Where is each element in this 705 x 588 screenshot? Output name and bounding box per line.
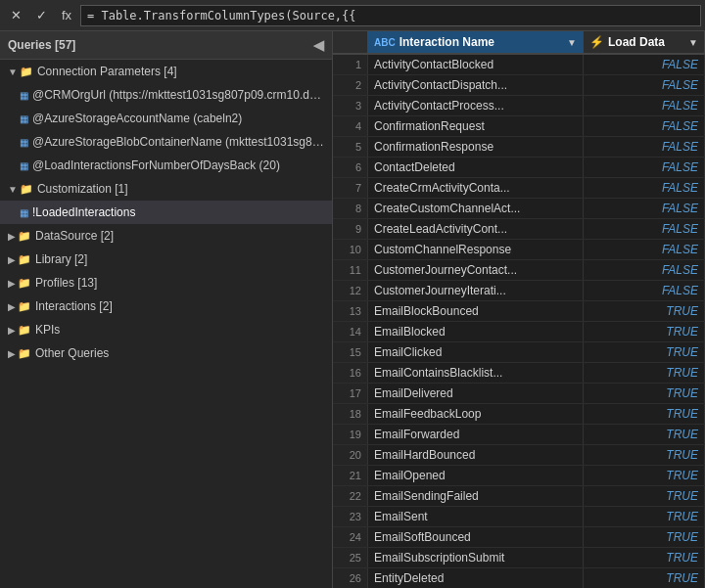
row-number: 24 <box>333 527 368 547</box>
expand-arrow: ▶ <box>8 254 16 265</box>
cell-interaction-name: EntityDeleted <box>368 568 584 588</box>
queries-list: ▼ 📁Connection Parameters [4]▦@CRMOrgUrl … <box>0 60 332 588</box>
row-number: 4 <box>333 116 368 136</box>
filter-icon[interactable]: ▼ <box>567 37 577 48</box>
query-icon: ▦ <box>20 137 28 148</box>
cell-load-data: TRUE <box>584 322 705 341</box>
cell-interaction-name: EmailSubscriptionSubmit <box>368 548 584 567</box>
sidebar-item-interactions[interactable]: ▶ 📁Interactions [2] <box>0 294 332 318</box>
table-row[interactable]: 20EmailHardBouncedTRUE <box>333 445 705 466</box>
cancel-button[interactable]: ✕ <box>4 4 27 27</box>
table-row[interactable]: 21EmailOpenedTRUE <box>333 466 705 486</box>
table-row[interactable]: 17EmailDeliveredTRUE <box>333 384 705 404</box>
cell-load-data: FALSE <box>584 178 705 198</box>
row-number: 18 <box>333 404 368 424</box>
lightning-type-icon: ⚡ <box>589 35 604 49</box>
folder-icon: 📁 <box>18 277 31 290</box>
table-row[interactable]: 7CreateCrmActivityConta...FALSE <box>333 178 705 199</box>
table-row[interactable]: 5ConfirmationResponseFALSE <box>333 137 705 158</box>
query-icon: ▦ <box>20 113 28 124</box>
table-row[interactable]: 16EmailContainsBlacklist...TRUE <box>333 363 705 384</box>
formula-bar: ✕ ✓ fx <box>0 0 705 31</box>
cell-interaction-name: EmailSendingFailed <box>368 486 584 506</box>
table-row[interactable]: 18EmailFeedbackLoopTRUE <box>333 404 705 425</box>
cell-interaction-name: CustomerJourneyContact... <box>368 260 584 280</box>
cell-interaction-name: ConfirmationRequest <box>368 116 584 136</box>
sidebar-item-other-queries[interactable]: ▶ 📁Other Queries <box>0 341 332 365</box>
fx-button[interactable]: fx <box>55 4 78 27</box>
sidebar-item-library[interactable]: ▶ 📁Library [2] <box>0 248 332 271</box>
sidebar-item-customization[interactable]: ▼ 📁Customization [1] <box>0 177 332 201</box>
sidebar-item-child[interactable]: ▦@CRMOrgUrl (https://mkttest1031sg807p09… <box>0 83 332 107</box>
table-row[interactable]: 14EmailBlockedTRUE <box>333 322 705 342</box>
filter-icon-2[interactable]: ▼ <box>688 37 698 48</box>
table-row[interactable]: 15EmailClickedTRUE <box>333 342 705 363</box>
cell-interaction-name: EmailFeedbackLoop <box>368 404 584 424</box>
table-row[interactable]: 26EntityDeletedTRUE <box>333 568 705 588</box>
query-icon: ▦ <box>20 90 28 101</box>
cell-load-data: TRUE <box>584 384 705 403</box>
data-panel: ABC Interaction Name ▼ ⚡ Load Data ▼ 1Ac… <box>333 31 705 588</box>
cell-interaction-name: EmailSent <box>368 507 584 526</box>
row-number: 10 <box>333 240 368 259</box>
cell-load-data: TRUE <box>584 404 705 424</box>
row-number: 22 <box>333 486 368 506</box>
sidebar-item-label: Customization [1] <box>37 182 324 196</box>
table-row[interactable]: 4ConfirmationRequestFALSE <box>333 116 705 137</box>
confirm-button[interactable]: ✓ <box>29 4 53 27</box>
table-row[interactable]: 10CustomChannelResponseFALSE <box>333 240 705 260</box>
table-row[interactable]: 25EmailSubscriptionSubmitTRUE <box>333 548 705 568</box>
cell-interaction-name: EmailDelivered <box>368 384 584 403</box>
col-interaction-label: Interaction Name <box>400 35 494 49</box>
cell-load-data: FALSE <box>584 240 705 259</box>
table-row[interactable]: 19EmailForwardedTRUE <box>333 425 705 445</box>
cell-load-data: TRUE <box>584 548 705 567</box>
row-number: 19 <box>333 425 368 444</box>
row-number: 16 <box>333 363 368 383</box>
main-layout: Queries [57] ◀ ▼ 📁Connection Parameters … <box>0 31 705 588</box>
table-row[interactable]: 23EmailSentTRUE <box>333 507 705 527</box>
col-loaddata-label: Load Data <box>608 35 665 49</box>
table-row[interactable]: 1ActivityContactBlockedFALSE <box>333 55 705 75</box>
cell-interaction-name: CreateCustomChannelAct... <box>368 199 584 218</box>
table-row[interactable]: 3ActivityContactProcess...FALSE <box>333 96 705 116</box>
cell-load-data: TRUE <box>584 342 705 362</box>
cell-load-data: FALSE <box>584 55 705 74</box>
table-row[interactable]: 6ContactDeletedFALSE <box>333 158 705 178</box>
sidebar-item-label: @LoadInteractionsForNumberOfDaysBack (20… <box>32 158 324 172</box>
col-header-load-data[interactable]: ⚡ Load Data ▼ <box>584 31 705 53</box>
sidebar-item-label: @AzureStorageAccountName (cabeln2) <box>32 112 324 125</box>
table-row[interactable]: 24EmailSoftBouncedTRUE <box>333 527 705 548</box>
cell-load-data: FALSE <box>584 158 705 177</box>
table-row[interactable]: 11CustomerJourneyContact...FALSE <box>333 260 705 281</box>
table-row[interactable]: 8CreateCustomChannelAct...FALSE <box>333 199 705 219</box>
sidebar-item-connection-parameters[interactable]: ▼ 📁Connection Parameters [4] <box>0 60 332 83</box>
sidebar-item-child[interactable]: ▦@LoadInteractionsForNumberOfDaysBack (2… <box>0 154 332 177</box>
table-row[interactable]: 12CustomerJourneyIterati...FALSE <box>333 281 705 301</box>
folder-icon: 📁 <box>20 66 33 78</box>
sidebar-item-datasource[interactable]: ▶ 📁DataSource [2] <box>0 224 332 248</box>
sidebar-item-label: Connection Parameters [4] <box>37 65 324 78</box>
expand-arrow: ▶ <box>8 231 16 242</box>
row-number: 23 <box>333 507 368 526</box>
table-row[interactable]: 22EmailSendingFailedTRUE <box>333 486 705 507</box>
expand-arrow: ▶ <box>8 325 16 336</box>
expand-arrow: ▶ <box>8 278 16 289</box>
sidebar-item-child[interactable]: ▦!LoadedInteractions <box>0 201 332 224</box>
collapse-panel-button[interactable]: ◀ <box>313 37 324 53</box>
sidebar-item-child[interactable]: ▦@AzureStorageAccountName (cabeln2) <box>0 107 332 130</box>
col-header-interaction-name[interactable]: ABC Interaction Name ▼ <box>368 31 584 53</box>
sidebar-item-profiles[interactable]: ▶ 📁Profiles [13] <box>0 271 332 294</box>
row-number: 5 <box>333 137 368 157</box>
expand-arrow: ▶ <box>8 348 16 359</box>
expand-arrow: ▼ <box>8 67 18 77</box>
sidebar-item-child[interactable]: ▦@AzureStorageBlobContainerName (mkttest… <box>0 130 332 154</box>
cell-interaction-name: EmailForwarded <box>368 425 584 444</box>
table-row[interactable]: 9CreateLeadActivityCont...FALSE <box>333 219 705 240</box>
table-row[interactable]: 13EmailBlockBouncedTRUE <box>333 301 705 322</box>
sidebar-item-kpis[interactable]: ▶ 📁KPIs <box>0 318 332 341</box>
table-row[interactable]: 2ActivityContactDispatch...FALSE <box>333 75 705 96</box>
cell-load-data: TRUE <box>584 507 705 526</box>
formula-input[interactable] <box>80 5 701 26</box>
query-icon: ▦ <box>20 207 28 218</box>
